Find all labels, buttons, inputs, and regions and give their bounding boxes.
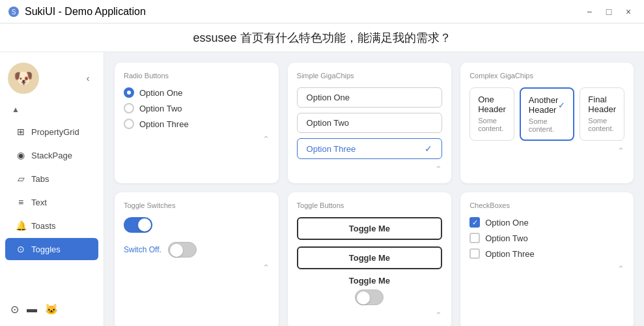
chip-label-one: Option One xyxy=(307,93,350,102)
chip-check-icon: ✓ xyxy=(425,143,432,154)
checkboxes-card: CheckBoxes ✓ Option One Option Two Optio… xyxy=(460,192,634,326)
radio-label-two: Option Two xyxy=(139,104,182,113)
sidebar-item-toasts-label: Toasts xyxy=(31,221,56,231)
checkbox-group: ✓ Option One Option Two Option Three xyxy=(469,217,624,259)
cat-icon[interactable]: 🐱 xyxy=(45,303,58,316)
radio-option-three[interactable]: Option Three xyxy=(124,119,270,129)
content-area: Radio Buttons Option One Option Two Opti… xyxy=(104,52,644,326)
svg-text:S: S xyxy=(12,8,16,16)
complex-chip-two-header: Another Header ✓ xyxy=(529,95,566,115)
app-icon: S xyxy=(8,6,20,18)
toggle-buttons-card: Toggle Buttons Toggle Me Toggle Me Toggl… xyxy=(288,192,452,326)
sidebar-item-propertygrid[interactable]: ⊞ PropertyGrid xyxy=(5,121,98,143)
sidebar-bottom-icons: ⊙ ▬ 🐱 xyxy=(0,298,104,321)
toggle-switch-off-label: Switch Off. xyxy=(124,245,161,254)
chips-group: Option One Option Two Option Three ✓ xyxy=(297,87,443,159)
toggle-buttons-expand-icon: ⌃ xyxy=(297,310,443,320)
checkboxes-title: CheckBoxes xyxy=(469,201,624,209)
checkbox-option-one[interactable]: ✓ Option One xyxy=(469,217,624,228)
cards-grid: Radio Buttons Option One Option Two Opti… xyxy=(115,63,634,326)
avatar: 🐶 xyxy=(8,63,39,94)
chips-expand-icon: ⌃ xyxy=(297,164,443,174)
sidebar-item-stackpage-label: StackPage xyxy=(31,151,72,160)
radio-buttons-title: Radio Buttons xyxy=(124,72,270,80)
tabs-icon: ▱ xyxy=(16,173,26,184)
checkbox-label-two: Option Two xyxy=(485,233,528,243)
chip-label-three: Option Three xyxy=(307,144,356,154)
titlebar-left: S SukiUI - Demo Application xyxy=(8,6,146,18)
app-title: SukiUI - Demo Application xyxy=(25,6,146,18)
toggle-button-three-toggle[interactable] xyxy=(355,289,384,305)
close-button[interactable]: × xyxy=(621,4,636,20)
toggle-button-three-container: Toggle Me xyxy=(297,276,443,305)
window-controls: − □ × xyxy=(581,4,636,20)
sidebar-item-toasts[interactable]: 🔔 Toasts xyxy=(5,215,98,237)
question-text: essusee 首页有什么特色功能，能满足我的需求？ xyxy=(193,30,451,46)
sidebar-item-stackpage[interactable]: ◉ StackPage xyxy=(5,144,98,166)
sidebar-chevron-up-icon[interactable]: ▲ xyxy=(8,102,23,117)
checkbox-label-three: Option Three xyxy=(485,249,535,259)
chip-option-two[interactable]: Option Two xyxy=(297,113,443,133)
complex-chip-one-content: Some content. xyxy=(478,117,506,132)
sidebar-item-text[interactable]: ≡ Text xyxy=(5,191,98,213)
main-layout: 🐶 ‹ ▲ ⊞ PropertyGrid ◉ StackPage ▱ Tabs … xyxy=(0,52,644,326)
toggle-button-three-thumb xyxy=(357,291,370,304)
toggle-button-two[interactable]: Toggle Me xyxy=(297,246,443,269)
radio-option-two[interactable]: Option Two xyxy=(124,103,270,113)
radio-label-one: Option One xyxy=(139,88,183,98)
titlebar: S SukiUI - Demo Application − □ × xyxy=(0,0,644,23)
toggle-buttons-title: Toggle Buttons xyxy=(297,201,443,209)
sidebar-item-text-label: Text xyxy=(31,198,47,207)
radio-circle-three xyxy=(124,119,134,129)
sidebar-item-tabs-label: Tabs xyxy=(31,174,49,184)
complex-chip-two-content: Some content. xyxy=(529,117,566,133)
toggle-buttons-group: Toggle Me Toggle Me Toggle Me xyxy=(297,217,443,305)
checkbox-box-three xyxy=(469,248,480,259)
toggle-switches-expand-icon: ⌃ xyxy=(124,263,270,273)
toggle-thumb-on xyxy=(138,218,151,231)
github-icon[interactable]: ⊙ xyxy=(10,303,19,316)
sidebar: 🐶 ‹ ▲ ⊞ PropertyGrid ◉ StackPage ▱ Tabs … xyxy=(0,52,104,326)
radio-group: Option One Option Two Option Three xyxy=(124,87,270,129)
simple-gigachips-title: Simple GigaChips xyxy=(297,72,443,80)
radio-label-three: Option Three xyxy=(139,119,189,129)
radio-option-one[interactable]: Option One xyxy=(124,87,270,98)
toggles-icon: ⊙ xyxy=(16,244,26,254)
chip-option-three[interactable]: Option Three ✓ xyxy=(297,138,443,159)
complex-chip-three-content: Some content. xyxy=(588,117,616,132)
toggle-switches-title: Toggle Switches xyxy=(124,201,270,209)
checkbox-box-two xyxy=(469,233,480,243)
sidebar-avatar-area: 🐶 ‹ xyxy=(0,57,104,99)
radio-expand-icon: ⌃ xyxy=(124,134,270,144)
chip-option-one[interactable]: Option One xyxy=(297,87,443,108)
toggle-switches-card: Toggle Switches Switch Off. ⌃ xyxy=(115,192,279,326)
checkbox-option-three[interactable]: Option Three xyxy=(469,248,624,259)
sidebar-collapse-button[interactable]: ‹ xyxy=(80,70,96,86)
complex-chip-two-check-icon: ✓ xyxy=(558,100,565,110)
sidebar-item-toggles[interactable]: ⊙ Toggles xyxy=(5,238,98,260)
discord-icon[interactable]: ▬ xyxy=(27,303,37,316)
complex-chip-one-header: One Header xyxy=(478,95,506,114)
simple-gigachips-card: Simple GigaChips Option One Option Two O… xyxy=(288,63,452,183)
checkbox-label-one: Option One xyxy=(485,218,529,228)
checkboxes-expand-icon: ⌃ xyxy=(469,264,624,274)
radio-circle-two xyxy=(124,103,134,113)
toggle-button-three-label: Toggle Me xyxy=(349,276,390,286)
complex-chip-one[interactable]: One Header Some content. xyxy=(469,87,514,141)
radio-buttons-card: Radio Buttons Option One Option Two Opti… xyxy=(115,63,279,183)
toasts-icon: 🔔 xyxy=(16,220,26,231)
sidebar-item-tabs[interactable]: ▱ Tabs xyxy=(5,168,98,190)
toggle-button-one[interactable]: Toggle Me xyxy=(297,217,443,240)
stack-page-icon: ◉ xyxy=(16,150,26,160)
maximize-button[interactable]: □ xyxy=(601,4,617,20)
minimize-button[interactable]: − xyxy=(581,4,597,20)
checkbox-option-two[interactable]: Option Two xyxy=(469,233,624,243)
sidebar-item-propertygrid-label: PropertyGrid xyxy=(31,127,79,137)
complex-chip-three[interactable]: Final Header Some content. xyxy=(580,87,624,141)
toggle-switch-on[interactable] xyxy=(124,217,152,233)
question-bar: essusee 首页有什么特色功能，能满足我的需求？ xyxy=(0,23,644,52)
toggle-switch-off[interactable] xyxy=(168,242,197,258)
property-grid-icon: ⊞ xyxy=(16,126,26,137)
complex-chip-two[interactable]: Another Header ✓ Some content. xyxy=(520,87,575,141)
toggle-switch-off-row: Switch Off. xyxy=(124,242,270,258)
